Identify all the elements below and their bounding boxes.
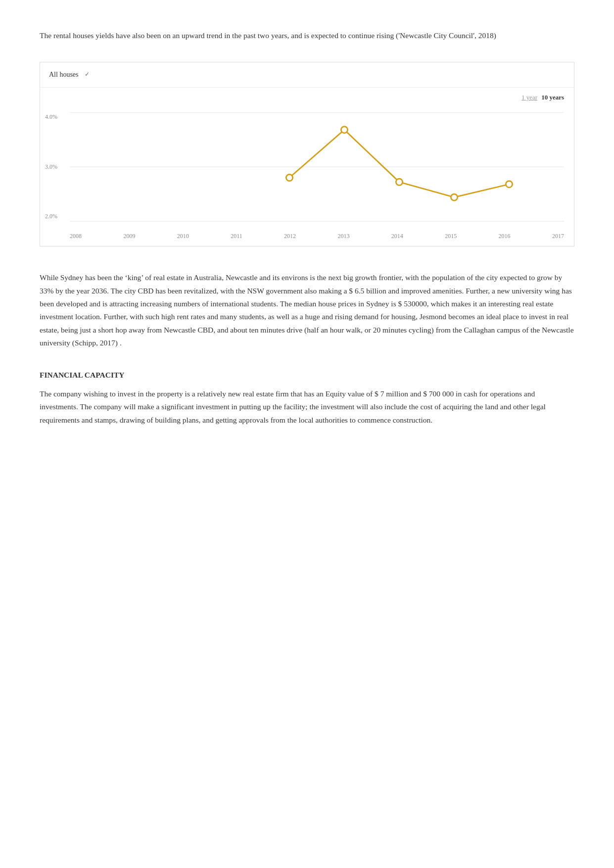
chart-header: All houses ✓ [40, 62, 574, 88]
data-point-2015 [451, 194, 457, 200]
y-label-2: 2.0% [45, 212, 57, 221]
intro-paragraph: The rental houses yields have also been … [40, 30, 574, 42]
y-label-3: 3.0% [45, 162, 57, 172]
chart-line [289, 130, 509, 197]
x-label-2008: 2008 [70, 232, 82, 241]
time-control-10years[interactable]: 10 years [541, 93, 564, 103]
x-label-2013: 2013 [337, 232, 349, 241]
data-point-2016 [506, 181, 512, 188]
x-label-2014: 2014 [391, 232, 403, 241]
y-axis-labels: 4.0% 3.0% 2.0% [45, 112, 57, 221]
financial-heading: FINANCIAL CAPACITY [40, 369, 574, 382]
x-label-2012: 2012 [284, 232, 296, 241]
financial-section: FINANCIAL CAPACITY The company wishing t… [40, 369, 574, 427]
chevron-down-icon: ✓ [85, 70, 90, 79]
x-label-2017: 2017 [552, 232, 564, 241]
financial-text: The company wishing to invest in the pro… [40, 387, 574, 427]
chart-widget: All houses ✓ 1 year 10 years 4.0% 3.0% 2… [40, 62, 574, 246]
x-label-2015: 2015 [445, 232, 457, 241]
main-text-content: While Sydney has been the ‘king’ of real… [40, 273, 574, 347]
chart-time-controls: 1 year 10 years [521, 93, 564, 103]
x-label-2010: 2010 [177, 232, 189, 241]
time-control-1year[interactable]: 1 year [521, 93, 537, 103]
data-point-2012 [286, 175, 292, 181]
x-label-2011: 2011 [231, 232, 242, 241]
x-axis-labels: 2008 2009 2010 2011 2012 2013 2014 2015 … [70, 232, 564, 241]
data-point-2014 [396, 179, 402, 185]
y-label-4: 4.0% [45, 112, 57, 122]
x-label-2009: 2009 [123, 232, 135, 241]
data-point-2013 [341, 127, 347, 133]
chart-dropdown[interactable]: All houses ✓ [49, 69, 90, 80]
chart-svg [70, 112, 564, 221]
period-dot: . [118, 338, 122, 347]
main-paragraph: While Sydney has been the ‘king’ of real… [40, 271, 574, 349]
chart-dropdown-label: All houses [49, 69, 79, 80]
chart-body: 1 year 10 years 4.0% 3.0% 2.0% [40, 88, 574, 246]
x-label-2016: 2016 [499, 232, 511, 241]
grid-line-bottom [70, 221, 564, 222]
